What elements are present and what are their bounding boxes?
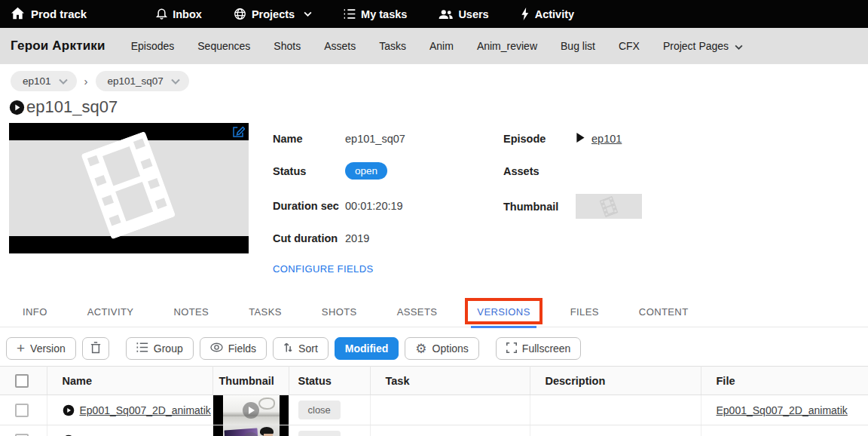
row-checkbox[interactable]	[15, 434, 29, 436]
project-tab-tasks[interactable]: Tasks	[379, 40, 406, 52]
breadcrumb-ep101[interactable]: ep101	[11, 71, 77, 91]
breadcrumb-ep101-sq07[interactable]: ep101_sq07	[96, 71, 189, 91]
sort-button[interactable]: Sort	[273, 337, 329, 360]
chevron-down-icon	[735, 40, 743, 52]
project-tab-anim-review[interactable]: Anim_review	[477, 40, 537, 52]
active-tab-underline	[471, 326, 536, 328]
field-label-thumbnail: Thumbnail	[503, 201, 576, 213]
fields-left-column: Name ep101_sq07 Status open Duration sec…	[273, 123, 499, 275]
home-button[interactable]: Prod track	[11, 7, 87, 22]
video-player[interactable]	[9, 123, 249, 253]
edit-icon[interactable]	[231, 125, 245, 142]
plus-icon: +	[17, 341, 25, 355]
column-header-file[interactable]: File	[701, 367, 868, 395]
nav-projects[interactable]: Projects	[234, 8, 312, 20]
field-value-name: ep101_sq07	[345, 133, 405, 145]
version-task-cell	[370, 395, 530, 425]
project-tab-shots[interactable]: Shots	[274, 40, 301, 52]
nav-my-tasks[interactable]: My tasks	[344, 8, 407, 20]
tab-assets[interactable]: ASSETS	[397, 296, 438, 327]
version-thumbnail[interactable]	[213, 395, 289, 425]
group-button[interactable]: Group	[126, 337, 194, 360]
film-placeholder-icon	[67, 126, 191, 247]
group-list-icon	[136, 342, 148, 355]
select-all-checkbox[interactable]	[15, 374, 29, 388]
status-badge[interactable]: open	[345, 162, 387, 180]
nav-activity[interactable]: Activity	[521, 8, 574, 20]
breadcrumb-separator: ›	[84, 75, 88, 88]
tab-content[interactable]: CONTENT	[639, 296, 689, 327]
tab-versions[interactable]: VERSIONS	[477, 296, 530, 327]
project-tab-bug-list[interactable]: Bug list	[561, 40, 595, 52]
project-tab-sequences[interactable]: Sequences	[197, 40, 250, 52]
field-label-status: Status	[273, 165, 345, 177]
add-version-button[interactable]: + Version	[6, 337, 76, 360]
options-button[interactable]: ⚙ Options	[405, 337, 479, 360]
fullscreen-button[interactable]: Fullscreen	[496, 337, 582, 360]
column-header-name[interactable]: Name	[47, 367, 212, 395]
fields-button[interactable]: Fields	[200, 337, 267, 360]
column-header-thumbnail[interactable]: Thumbnail	[212, 367, 289, 395]
version-status-badge[interactable]: close	[298, 431, 341, 436]
fullscreen-icon	[506, 342, 517, 355]
fields-right-column: Episode ep101 Assets Thumbnail	[503, 123, 722, 275]
tab-tasks[interactable]: TASKS	[249, 296, 282, 327]
list-icon	[344, 8, 356, 20]
field-label-cut-duration: Cut duration	[273, 232, 345, 244]
delete-button[interactable]	[82, 337, 109, 360]
tab-files[interactable]: FILES	[570, 296, 599, 327]
column-header-task[interactable]: Task	[370, 367, 530, 395]
top-nav: Prod track Inbox Projects	[0, 0, 868, 28]
modified-button[interactable]: Modified	[335, 337, 399, 360]
table-row: Ep001_Sq007_2D_animatik close Ep001_Sq00…	[0, 395, 868, 425]
tab-shots[interactable]: SHOTS	[322, 296, 357, 327]
version-description-cell	[530, 395, 701, 425]
version-status-badge[interactable]: close	[298, 401, 341, 419]
play-overlay-icon	[243, 402, 259, 419]
configure-fields-link[interactable]: CONFIGURE FIELDS	[273, 263, 499, 275]
project-title: Герои Арктики	[11, 38, 105, 54]
sort-arrows-icon	[283, 342, 293, 355]
page-title: ep101_sq07	[26, 97, 118, 117]
versions-toolbar: + Version Group Fields Sort	[0, 327, 868, 360]
field-label-name: Name	[273, 133, 345, 145]
project-tab-episodes[interactable]: Episodes	[131, 40, 175, 52]
project-tab-anim[interactable]: Anim	[429, 40, 454, 52]
field-label-duration-sec: Duration sec	[273, 200, 345, 212]
field-value-duration-sec: 00:01:20:19	[345, 200, 403, 212]
column-header-description[interactable]: Description	[530, 367, 701, 395]
column-header-status[interactable]: Status	[289, 367, 370, 395]
version-description-cell	[530, 425, 701, 436]
tab-info[interactable]: INFO	[23, 296, 47, 327]
version-file-link[interactable]: Ep001_Sq007_2D_animatik	[717, 404, 848, 416]
field-value-cut-duration: 2019	[345, 232, 369, 244]
table-header-row: Name Thumbnail Status Task Description F…	[0, 367, 868, 395]
row-checkbox[interactable]	[15, 404, 29, 417]
chevron-down-icon	[304, 11, 312, 17]
episode-link[interactable]: ep101	[591, 133, 622, 145]
people-icon	[439, 9, 453, 20]
tab-notes[interactable]: NOTES	[173, 296, 209, 327]
globe-icon	[234, 8, 246, 20]
breadcrumb: ep101 › ep101_sq07	[0, 64, 868, 94]
gear-icon: ⚙	[415, 342, 426, 355]
brand-label: Prod track	[31, 8, 87, 20]
version-thumbnail[interactable]	[213, 425, 289, 436]
project-pages-dropdown[interactable]: Project Pages	[663, 40, 743, 52]
tab-activity[interactable]: ACTIVITY	[87, 296, 134, 327]
page-title-row: ep101_sq07	[0, 94, 868, 118]
version-name-link[interactable]: Ep001_Sq007_2D_animatik	[80, 404, 211, 416]
project-tab-cfx[interactable]: CFX	[619, 40, 640, 52]
trash-icon	[90, 342, 101, 356]
bolt-icon	[521, 8, 530, 20]
field-label-assets: Assets	[503, 165, 576, 177]
details-panel: Name ep101_sq07 Status open Duration sec…	[0, 118, 868, 275]
film-icon	[597, 195, 622, 218]
thumbnail-preview[interactable]	[576, 194, 642, 219]
nav-users[interactable]: Users	[439, 8, 488, 20]
chevron-down-icon	[59, 75, 68, 87]
project-tab-assets[interactable]: Assets	[324, 40, 356, 52]
nav-inbox[interactable]: Inbox	[156, 8, 202, 20]
play-circle-icon[interactable]	[63, 404, 75, 416]
eye-icon	[210, 342, 223, 355]
